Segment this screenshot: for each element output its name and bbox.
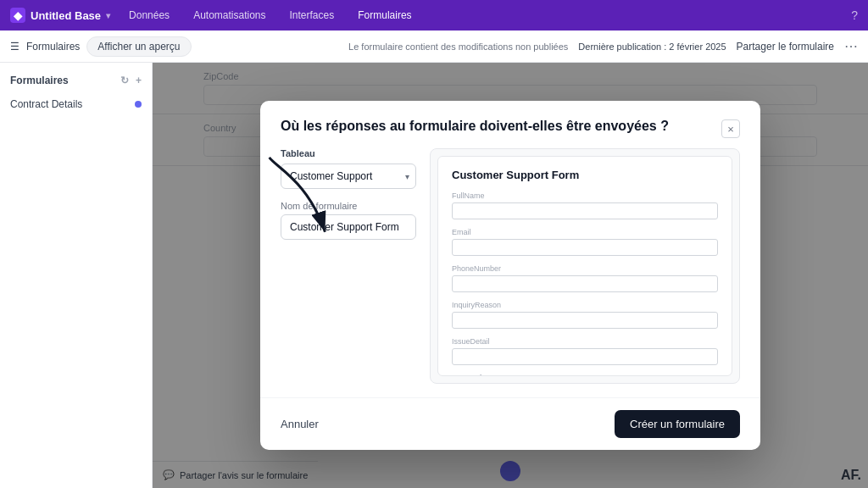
dialog-title: Où les réponses au formulaire doivent-el… bbox=[281, 118, 669, 136]
more-options-button[interactable]: ⋯ bbox=[844, 38, 858, 54]
dialog-body: Tableau Customer Support ▾ Nom de formul… bbox=[260, 148, 760, 397]
form-name-label: Nom de formulaire bbox=[281, 201, 416, 211]
sidebar-item-label: Contract Details bbox=[10, 98, 82, 110]
email-label: Email bbox=[452, 228, 718, 236]
sidebar-icons: ↻ + bbox=[120, 75, 142, 86]
brand-name: Untitled Base bbox=[31, 9, 101, 22]
main-layout: Formulaires ↻ + Contract Details ZipCode… bbox=[0, 63, 868, 488]
sidebar: Formulaires ↻ + Contract Details bbox=[0, 63, 153, 488]
nav-automatisations[interactable]: Automatisations bbox=[188, 8, 270, 23]
active-indicator bbox=[135, 101, 142, 108]
share-button[interactable]: Partager le formulaire bbox=[737, 41, 834, 53]
inquiry-input bbox=[452, 312, 718, 329]
nav-interfaces[interactable]: Interfaces bbox=[285, 8, 340, 23]
nav-formulaires[interactable]: Formulaires bbox=[353, 8, 416, 23]
preview-field-email: Email bbox=[452, 228, 718, 256]
preview-field-inquiry: InquiryReason bbox=[452, 301, 718, 329]
phone-label: PhoneNumber bbox=[452, 264, 718, 273]
sub-nav-right: Le formulaire contient des modifications… bbox=[348, 38, 858, 54]
sidebar-header: Formulaires ↻ + bbox=[0, 71, 152, 90]
nav-donnees[interactable]: Données bbox=[124, 8, 175, 23]
sidebar-title: Formulaires bbox=[10, 75, 69, 86]
preview-field-issue-before: IssueBefore bbox=[452, 374, 718, 376]
email-input bbox=[452, 239, 718, 256]
nav-help-icon[interactable]: ? bbox=[851, 8, 858, 22]
content-area: ZipCode Country bbox=[153, 63, 868, 488]
issue-detail-input bbox=[452, 348, 718, 365]
dialog: Où les réponses au formulaire doivent-el… bbox=[260, 101, 760, 450]
dialog-footer: Annuler Créer un formulaire bbox=[260, 397, 760, 450]
pub-date: Dernière publication : 2 février 2025 bbox=[578, 42, 726, 52]
hamburger-icon[interactable]: ☰ bbox=[10, 41, 19, 53]
preview-form-title: Customer Support Form bbox=[452, 169, 718, 181]
table-label: Tableau bbox=[281, 148, 416, 158]
form-name-input[interactable] bbox=[281, 214, 416, 240]
fullname-label: FullName bbox=[452, 191, 718, 200]
dialog-right-preview: Customer Support Form FullName Email Pho… bbox=[430, 148, 740, 384]
cancel-button[interactable]: Annuler bbox=[281, 418, 319, 430]
issue-before-label: IssueBefore bbox=[452, 374, 718, 376]
dialog-left-section: Tableau Customer Support ▾ Nom de formul… bbox=[281, 148, 416, 384]
preview-field-phone: PhoneNumber bbox=[452, 264, 718, 292]
modal-overlay: Où les réponses au formulaire doivent-el… bbox=[153, 63, 868, 488]
phone-input bbox=[452, 275, 718, 292]
preview-field-fullname: FullName bbox=[452, 191, 718, 219]
preview-button[interactable]: Afficher un aperçu bbox=[86, 36, 191, 57]
inquiry-label: InquiryReason bbox=[452, 301, 718, 309]
unpublished-status: Le formulaire contient des modifications… bbox=[348, 42, 568, 52]
table-select[interactable]: Customer Support bbox=[281, 164, 416, 189]
preview-field-issue-detail: IssueDetail bbox=[452, 337, 718, 365]
fullname-input bbox=[452, 202, 718, 219]
top-nav: ◆ Untitled Base ▾ Données Automatisation… bbox=[0, 0, 868, 30]
refresh-icon[interactable]: ↻ bbox=[120, 75, 129, 86]
sub-nav: ☰ Formulaires Afficher un aperçu Le form… bbox=[0, 30, 868, 63]
table-select-wrapper: Customer Support ▾ bbox=[281, 164, 416, 189]
section-label: Formulaires bbox=[26, 41, 80, 53]
form-preview: Customer Support Form FullName Email Pho… bbox=[437, 156, 732, 376]
sidebar-item-contract-details[interactable]: Contract Details bbox=[0, 93, 152, 115]
add-form-icon[interactable]: + bbox=[136, 75, 142, 86]
dialog-header: Où les réponses au formulaire doivent-el… bbox=[260, 101, 760, 148]
brand-icon: ◆ bbox=[10, 8, 25, 23]
brand-chevron: ▾ bbox=[106, 11, 110, 20]
issue-detail-label: IssueDetail bbox=[452, 337, 718, 346]
create-form-button[interactable]: Créer un formulaire bbox=[615, 410, 740, 438]
sub-nav-left: ☰ Formulaires Afficher un aperçu bbox=[10, 36, 338, 57]
dialog-close-button[interactable]: × bbox=[721, 119, 740, 138]
brand[interactable]: ◆ Untitled Base ▾ bbox=[10, 8, 110, 23]
